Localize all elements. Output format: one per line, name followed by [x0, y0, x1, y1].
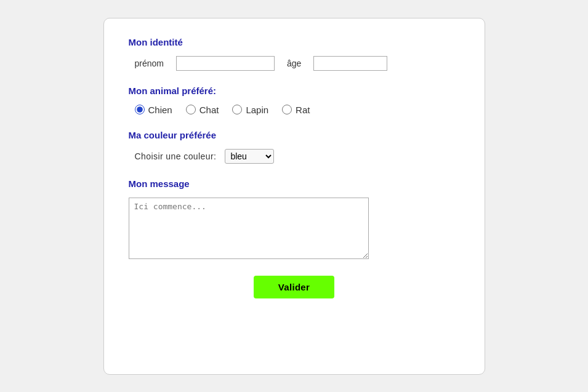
color-section: Ma couleur préférée Choisir une couleur:… [129, 130, 460, 164]
identity-title: Mon identité [129, 37, 460, 47]
valider-button[interactable]: Valider [254, 276, 334, 298]
radio-item-lapin[interactable]: Lapin [232, 105, 268, 115]
age-label: âge [287, 58, 301, 68]
color-row: Choisir une couleur: bleu rouge vert jau… [135, 149, 460, 164]
form-container: Mon identité prénom âge Mon animal préfé… [103, 18, 485, 375]
submit-row: Valider [129, 276, 460, 298]
color-select[interactable]: bleu rouge vert jaune noir blanc [225, 149, 274, 164]
prenom-label: prénom [135, 58, 164, 68]
prenom-input[interactable] [176, 56, 275, 71]
animal-section: Mon animal préféré: Chien Chat Lapin Rat [129, 86, 460, 115]
identity-row: prénom âge [135, 56, 460, 71]
radio-lapin[interactable] [232, 105, 242, 114]
identity-section: Mon identité prénom âge [129, 37, 460, 71]
message-section: Mon message [129, 178, 460, 261]
radio-rat[interactable] [282, 105, 292, 114]
radio-item-chien[interactable]: Chien [135, 105, 172, 115]
animal-title: Mon animal préféré: [129, 86, 460, 96]
radio-item-rat[interactable]: Rat [282, 105, 310, 115]
radio-item-chat[interactable]: Chat [186, 105, 219, 115]
animal-radio-group: Chien Chat Lapin Rat [135, 105, 460, 115]
message-title: Mon message [129, 178, 460, 189]
radio-chien[interactable] [135, 105, 145, 114]
color-label: Choisir une couleur: [135, 151, 217, 161]
color-title: Ma couleur préférée [129, 130, 460, 140]
radio-lapin-label: Lapin [246, 105, 268, 115]
age-input[interactable] [313, 56, 387, 71]
message-textarea[interactable] [129, 198, 369, 259]
radio-rat-label: Rat [296, 105, 310, 115]
radio-chien-label: Chien [148, 105, 172, 115]
radio-chat[interactable] [186, 105, 196, 114]
radio-chat-label: Chat [199, 105, 219, 115]
